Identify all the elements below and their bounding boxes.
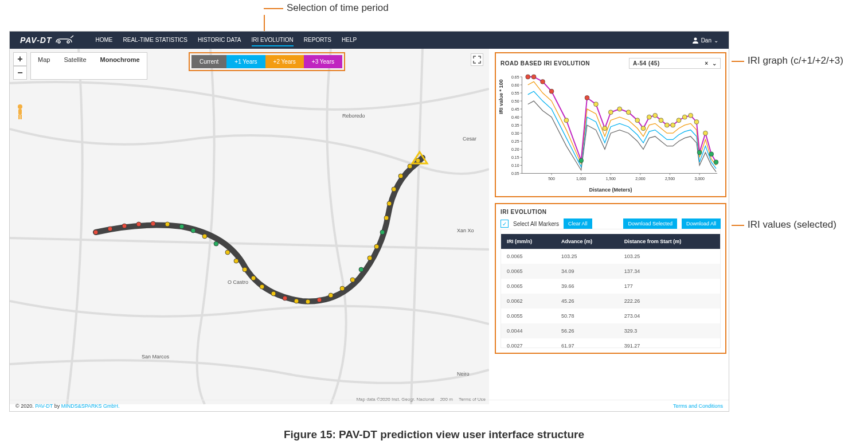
- zoom-in-button[interactable]: +: [13, 52, 27, 66]
- table-cell: 0.0027: [501, 338, 556, 348]
- svg-point-27: [329, 293, 333, 298]
- table-row[interactable]: 0.0065103.25103.25: [501, 249, 720, 264]
- svg-point-35: [387, 201, 392, 206]
- annotation-timesel: Selection of time period: [287, 2, 389, 14]
- map-type-tabs: Map Satellite Monochrome: [30, 52, 147, 80]
- svg-point-34: [384, 216, 389, 220]
- svg-point-13: [179, 224, 184, 229]
- download-selected-button[interactable]: Download Selected: [623, 218, 677, 229]
- footer: © 2020. PAV-DT by MINDS&SPARKS GmbH. Ter…: [10, 400, 729, 411]
- svg-point-99: [653, 113, 658, 118]
- values-table-scroll[interactable]: IRI (mm/n) Advance (m) Distance from Sta…: [501, 229, 721, 348]
- time-plus3-button[interactable]: +3 Years: [304, 55, 342, 68]
- top-nav: PAV-DT HOME REAL-TIME STATISTICS HISTORI…: [10, 32, 729, 49]
- table-cell: 39.66: [556, 279, 619, 294]
- zoom-out-button[interactable]: −: [13, 66, 27, 80]
- map-area[interactable]: Reboredo O Castro San Marcos Neiro Xan X…: [10, 49, 489, 404]
- svg-point-8: [108, 227, 112, 231]
- table-row[interactable]: 0.002761.97391.27: [501, 338, 720, 348]
- annotation-graph: IRI graph (c/+1/+2/+3): [748, 55, 843, 67]
- chevron-down-icon[interactable]: ⌄: [712, 60, 717, 67]
- nav-links: HOME REAL-TIME STATISTICS HISTORIC DATA …: [96, 34, 357, 46]
- table-row[interactable]: 0.006534.09137.34: [501, 264, 720, 279]
- nav-help[interactable]: HELP: [342, 34, 357, 46]
- map-tab-monochrome[interactable]: Monochrome: [93, 53, 147, 79]
- svg-point-91: [594, 102, 599, 107]
- table-row[interactable]: 0.005550.78273.04: [501, 309, 720, 323]
- nav-realtime[interactable]: REAL-TIME STATISTICS: [123, 34, 187, 46]
- svg-text:2,500: 2,500: [665, 177, 675, 181]
- nav-historic[interactable]: HISTORIC DATA: [198, 34, 241, 46]
- svg-point-14: [191, 228, 196, 233]
- svg-text:0.50: 0.50: [511, 99, 519, 103]
- svg-point-108: [703, 131, 708, 135]
- table-row[interactable]: 0.006539.66177: [501, 279, 720, 294]
- footer-brand-link[interactable]: PAV-DT: [35, 403, 53, 409]
- clear-all-button[interactable]: Clear All: [564, 218, 592, 229]
- time-period-selector: Current +1 Years +2 Years +3 Years: [189, 52, 345, 71]
- col-distance: Distance from Start (m): [619, 234, 720, 249]
- time-current-button[interactable]: Current: [191, 55, 226, 68]
- table-cell: 222.26: [619, 294, 720, 309]
- table-row[interactable]: 0.004456.26329.3: [501, 323, 720, 338]
- svg-point-100: [659, 118, 663, 123]
- map-controls: + − Map Satellite Monochrome: [13, 52, 147, 80]
- svg-point-22: [271, 291, 276, 296]
- table-cell: 391.27: [619, 338, 720, 348]
- table-cell: 273.04: [619, 309, 720, 323]
- svg-point-18: [234, 259, 238, 263]
- svg-text:0.55: 0.55: [511, 91, 519, 95]
- pegman-icon[interactable]: [14, 103, 26, 120]
- annotation-values: IRI values (selected): [748, 219, 836, 231]
- svg-point-39: [416, 158, 420, 163]
- nav-home[interactable]: HOME: [96, 34, 113, 46]
- svg-text:Neiro: Neiro: [457, 371, 470, 377]
- svg-text:0.25: 0.25: [511, 139, 519, 143]
- svg-point-94: [617, 107, 622, 111]
- table-cell: 0.0062: [501, 294, 556, 309]
- table-cell: 103.25: [619, 249, 720, 264]
- map-tab-map[interactable]: Map: [31, 53, 57, 79]
- chart-panel: ROAD BASED IRI EVOLUTION A-54 (45) × ⌄ I…: [495, 52, 726, 197]
- brand-text: PAV-DT: [20, 36, 52, 45]
- road-select[interactable]: A-54 (45) × ⌄: [629, 58, 721, 69]
- svg-point-25: [306, 299, 310, 304]
- svg-text:3,000: 3,000: [695, 177, 705, 181]
- nav-iri-evolution[interactable]: IRI EVOLUTION: [252, 34, 294, 46]
- svg-point-17: [225, 250, 230, 255]
- table-cell: 0.0055: [501, 309, 556, 323]
- footer-terms-link[interactable]: Terms and Conditions: [673, 403, 723, 409]
- brand-logo[interactable]: PAV-DT: [10, 35, 84, 45]
- download-all-button[interactable]: Download All: [682, 218, 721, 229]
- svg-point-30: [359, 267, 363, 272]
- svg-text:0.60: 0.60: [511, 83, 519, 87]
- nav-reports[interactable]: REPORTS: [304, 34, 331, 46]
- svg-text:1,500: 1,500: [606, 177, 616, 181]
- fullscreen-icon: [473, 56, 481, 64]
- svg-point-97: [641, 126, 646, 131]
- svg-point-10: [136, 222, 141, 227]
- table-cell: 329.3: [619, 323, 720, 338]
- values-table: IRI (mm/n) Advance (m) Distance from Sta…: [501, 234, 720, 348]
- user-icon: [692, 37, 699, 44]
- map-tab-satellite[interactable]: Satellite: [57, 53, 93, 79]
- svg-point-0: [694, 38, 697, 41]
- svg-text:Reboredo: Reboredo: [342, 113, 365, 119]
- svg-point-106: [694, 120, 699, 124]
- svg-point-11: [151, 221, 155, 226]
- time-plus1-button[interactable]: +1 Years: [226, 55, 265, 68]
- chart-svg: 0.050.100.150.200.250.300.350.400.450.50…: [501, 71, 721, 192]
- table-row[interactable]: 0.006245.26222.26: [501, 294, 720, 309]
- svg-text:0.35: 0.35: [511, 123, 519, 127]
- svg-point-107: [697, 150, 702, 155]
- time-plus2-button[interactable]: +2 Years: [265, 55, 304, 68]
- annot-line-graph: [732, 61, 744, 62]
- svg-text:0.65: 0.65: [511, 75, 519, 79]
- svg-text:0.30: 0.30: [511, 131, 519, 135]
- svg-text:0.05: 0.05: [511, 171, 519, 175]
- fullscreen-button[interactable]: [471, 53, 483, 66]
- clear-select-icon[interactable]: ×: [705, 60, 708, 67]
- select-all-checkbox[interactable]: ✓: [501, 220, 509, 228]
- footer-company-link[interactable]: MINDS&SPARKS GmbH.: [61, 403, 120, 409]
- user-menu[interactable]: Dan ⌄: [692, 37, 729, 44]
